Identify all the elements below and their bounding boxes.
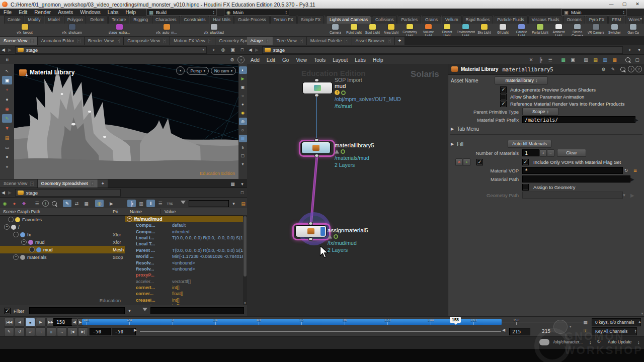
background-image-icon[interactable]: ▥	[601, 56, 609, 64]
shelf-tool[interactable]: VR Camera	[587, 24, 605, 36]
asset-name-select[interactable]: materiallibrary▴▾	[495, 76, 548, 84]
stage-manager-icon[interactable]: ▤	[2, 133, 12, 142]
snapshot-tool-icon[interactable]: ▭	[2, 143, 12, 151]
shelf-tab[interactable]: Simple FX	[297, 16, 324, 24]
frame-display-icon[interactable]: ▢	[239, 152, 247, 159]
edit-pen-icon[interactable]: ✎	[63, 200, 71, 207]
display-options-gear-icon[interactable]: ⚙	[228, 56, 236, 64]
node-output-dot[interactable]	[314, 94, 319, 97]
sheet-row[interactable]: Resolv... <unbound>	[125, 259, 247, 265]
shelf-tab[interactable]: Viscous Fluids	[528, 16, 563, 24]
shelf-tool[interactable]: Portal Light	[531, 24, 549, 36]
go-to-start-button[interactable]: |◀◀	[4, 318, 14, 327]
node-input-dot[interactable]	[314, 138, 319, 142]
shelf-tab[interactable]: Texture	[108, 16, 129, 24]
filter-dropdown-icon[interactable]: ▾	[125, 307, 134, 315]
forward-icon[interactable]: ▶	[8, 47, 12, 52]
rotate-tool-icon[interactable]: ●	[2, 95, 12, 104]
grid-snap-icon[interactable]: ▣	[569, 56, 577, 64]
shelf-overflow-icon[interactable]: ▾	[640, 17, 642, 21]
path-menu-arrow-icon[interactable]: ▶	[630, 176, 634, 182]
node-input-dot[interactable]	[314, 78, 319, 82]
channel-colors-icon[interactable]: ▦	[581, 318, 590, 326]
node-mud[interactable]	[302, 82, 333, 94]
clear-button[interactable]: Clear	[557, 149, 586, 157]
menu-item[interactable]: Render	[31, 10, 54, 15]
shelf-tab[interactable]: Particle Fluids	[494, 16, 527, 24]
viewport-3d[interactable]: ↖▣+●◉✎▼▤▭●◒ ◐▶▣○●◉◎☼▦§▢▾ Material Librar…	[0, 64, 247, 179]
shelf-tab[interactable]: Collisions	[372, 16, 397, 24]
material-path-input[interactable]	[522, 175, 630, 183]
tick-marks-icon[interactable]: ⁞⁞	[46, 327, 56, 336]
delete-material-button[interactable]: ✕	[455, 158, 463, 166]
back-icon[interactable]: ◀	[2, 190, 5, 195]
network-search-icon[interactable]	[623, 56, 632, 64]
view-visibility-icon[interactable]: ◐	[239, 66, 247, 74]
graph-path-field[interactable]: stage	[15, 189, 121, 197]
network-path-field[interactable]: stage	[262, 46, 623, 54]
node-chooser-icon[interactable]: ≣	[631, 167, 639, 174]
sheet-filter-input[interactable]	[150, 307, 244, 314]
globe-icon[interactable]: ◎	[95, 200, 104, 207]
play-reverse-button[interactable]: ◀	[15, 318, 25, 327]
scale-tool-icon[interactable]: ◉	[2, 105, 12, 113]
all-lights-icon[interactable]: ☼	[239, 126, 247, 134]
shelf-tool[interactable]: Volume Light	[419, 24, 438, 36]
pane-tab[interactable]: Composite View	[124, 37, 170, 45]
playback-range-bar[interactable]	[82, 319, 502, 325]
select-tool-icon[interactable]: ↖	[2, 66, 12, 75]
sheet-row[interactable]: proxyP...	[125, 272, 247, 278]
range-slider-handle-left[interactable]: ▶	[134, 328, 137, 332]
param-search-icon[interactable]	[618, 65, 627, 73]
back-icon[interactable]: ◀	[2, 47, 5, 52]
sheet-row[interactable]: corner... float[]	[125, 291, 247, 297]
sheet-row[interactable]: acceler... vector3f[]	[125, 279, 247, 285]
next-key-button[interactable]: ▶|	[78, 327, 88, 336]
keys-expand-icon[interactable]: ▲	[638, 320, 641, 323]
menu-item[interactable]: Labs	[104, 10, 122, 15]
pane-tab[interactable]: Material Palette	[307, 37, 352, 45]
realtime-toggle-icon[interactable]: ◔	[36, 327, 46, 336]
warning-badge-icon[interactable]: !	[335, 90, 340, 95]
link-icon[interactable]: ⇄	[72, 200, 81, 207]
title-bar[interactable]: C:/Home/01_gnomon_workshop/03_video_reco…	[0, 0, 644, 9]
pane-tab[interactable]: Render View	[85, 37, 124, 45]
tree-row[interactable]: − materials Scop	[0, 253, 125, 261]
shelf-tool[interactable]: GI Light	[494, 24, 512, 36]
node-materiallibrary5[interactable]	[301, 142, 331, 154]
secure-selection-icon[interactable]: ▣	[2, 76, 12, 84]
pane-tab[interactable]: Motion FX View	[170, 37, 215, 45]
network-list-icon[interactable]: ☰	[546, 56, 554, 64]
playback-range-start-field[interactable]: -50	[112, 328, 136, 335]
shelf-tab[interactable]: Pyro FX	[586, 16, 608, 24]
prefix-menu-arrow-icon[interactable]: ▶	[634, 117, 638, 123]
add-material-button[interactable]: +	[463, 158, 470, 166]
current-frame-marker[interactable]: 158	[450, 317, 461, 323]
geometry-path-dropdown-icon[interactable]: ▾	[620, 192, 628, 199]
pane-tab[interactable]: /stage	[247, 37, 273, 45]
network-menu-item[interactable]: Edit	[263, 57, 279, 63]
pin-network-icon[interactable]: ⌖	[625, 46, 634, 54]
radial-menu-icon[interactable]: ◎	[219, 46, 227, 54]
filter-menu-icon[interactable]: ▾	[229, 200, 238, 207]
audio-panel-icon[interactable]: →	[57, 327, 67, 336]
pane-tab[interactable]: Geometry Spreadsheet	[38, 179, 98, 188]
material-vop-input[interactable]: *	[522, 167, 623, 174]
reference-checkbox[interactable]: ✓	[500, 101, 507, 107]
current-frame-field[interactable]: 158	[53, 318, 73, 326]
decrement-button[interactable]: −	[547, 149, 554, 157]
network-menu-item[interactable]: Layout	[329, 57, 351, 63]
network-overview-icon[interactable]: ▢	[633, 56, 641, 64]
shelf-tool[interactable]: Caustic Light	[512, 24, 531, 36]
path-prefix-input[interactable]: /materials/	[522, 116, 635, 123]
parent-type-select[interactable]: Scope▴▾	[522, 108, 558, 116]
material-enable-checkbox[interactable]: ✓	[476, 159, 483, 165]
network-tree-icon[interactable]: ╠	[536, 56, 545, 64]
network-tools-icon[interactable]: ✕	[527, 56, 535, 64]
list-icon[interactable]: ☰	[156, 200, 165, 207]
pane-maximize-icon[interactable]: □	[238, 189, 247, 197]
sheet-row[interactable]: Local t... T(0.0, 0.0, 0.0) R(0.0, -0.0,…	[125, 235, 247, 241]
shelf-tool[interactable]: vfx_shotcam	[48, 24, 96, 36]
menu-item[interactable]: Help	[122, 10, 139, 15]
shelf-tool[interactable]: Spot Light	[363, 24, 382, 36]
